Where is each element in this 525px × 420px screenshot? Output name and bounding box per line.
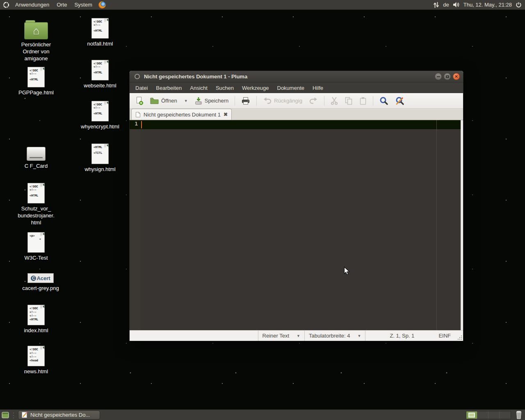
image-file-icon: CAcert — [27, 273, 54, 283]
replace-button[interactable] — [393, 95, 407, 107]
top-panel: Anwendungen Orte System de Thu, 12. May.… — [0, 0, 525, 10]
desktop-icon-index[interactable]: <!DOC<!-- <!--<HTML index.html — [9, 305, 63, 334]
search-icon — [379, 96, 388, 105]
resize-grip[interactable] — [457, 334, 462, 340]
desktop-icon-whysign[interactable]: <HTML <TITL whysign.html — [73, 144, 127, 173]
close-button[interactable]: ✕ — [453, 73, 460, 80]
desktop-icon-home-folder[interactable]: ⌂ Persönlicher Ordner von amigaone — [9, 19, 63, 62]
print-button[interactable] — [239, 95, 253, 107]
keyboard-layout-indicator[interactable]: de — [443, 2, 449, 8]
home-folder-icon: ⌂ — [24, 22, 48, 39]
redo-icon — [309, 97, 318, 105]
menu-dokumente[interactable]: Dokumente — [273, 83, 308, 93]
taskbar-window-button[interactable]: Nicht gespeichertes Do... — [18, 411, 100, 420]
workspace-3[interactable] — [488, 411, 500, 419]
workspace-2[interactable] — [477, 411, 488, 419]
desktop-icon-cacert[interactable]: CAcert cacert-grey.png — [14, 273, 68, 292]
desktop-icon-whyencrypt[interactable]: <!DOC<!-- <HTML whyencrypt.html — [73, 101, 127, 130]
menu-ansicht[interactable]: Ansicht — [186, 83, 212, 93]
volume-icon[interactable] — [453, 2, 460, 8]
vertical-scrollbar[interactable] — [461, 120, 463, 330]
editor-text-area[interactable]: 1 — [130, 120, 463, 330]
status-bar: Reiner Text ▼ Tabulatorbreite: 4 ▼ Z. 1,… — [130, 330, 463, 341]
desktop-icon-schutz[interactable]: <!DOC<!-- <HTML Schutz_vor_ bundestrojan… — [9, 183, 63, 226]
workspace-1[interactable] — [466, 411, 477, 419]
icon-label: Ordner von — [21, 48, 51, 55]
chevron-down-icon: ▼ — [297, 334, 300, 338]
search-replace-icon — [395, 96, 405, 105]
current-line-highlight: 1 — [130, 120, 461, 129]
redo-button — [306, 96, 320, 106]
titlebar[interactable]: Nicht gespeichertes Dokument 1 - Pluma ✕ — [130, 71, 463, 82]
html-file-icon: <!DOC<!-- <HTML — [91, 18, 109, 39]
menu-werkzeuge[interactable]: Werkzeuge — [238, 83, 273, 93]
tab-width-dropdown[interactable]: Tabulatorbreite: 4 ▼ — [305, 331, 365, 341]
copy-button — [342, 95, 355, 107]
tab-close-icon[interactable]: ✖ — [224, 112, 228, 117]
workspace-switcher — [466, 411, 511, 419]
copy-icon — [345, 97, 353, 105]
clock[interactable]: Thu, 12. May., 21:28 — [463, 2, 512, 8]
toolbar: Öffnen ▼ Speichern — [130, 93, 463, 109]
save-icon — [194, 97, 203, 105]
trash-applet-icon[interactable] — [515, 411, 523, 420]
open-button[interactable]: Öffnen ▼ — [148, 96, 190, 106]
tab-document-1[interactable]: Nicht gespeichertes Dokument 1 ✖ — [131, 109, 232, 120]
html-file-icon: <!DOC<!-- <HTML — [27, 183, 45, 203]
menu-bearbeiten[interactable]: Bearbeiten — [152, 83, 186, 93]
print-icon — [241, 97, 250, 105]
filetype-dropdown[interactable]: Reiner Text ▼ — [258, 331, 305, 341]
workspace-4[interactable] — [500, 411, 511, 419]
menu-datei[interactable]: Datei — [131, 83, 152, 93]
menu-suchen[interactable]: Suchen — [212, 83, 238, 93]
maximize-button[interactable] — [444, 73, 451, 80]
menubar: Datei Bearbeiten Ansicht Suchen Werkzeug… — [130, 82, 463, 93]
menu-system[interactable]: System — [71, 0, 96, 9]
pluma-task-icon — [21, 411, 28, 418]
desktop-icon-pgppage[interactable]: <!DOC<!-- <HTML PGPPage.html — [9, 67, 63, 96]
pluma-window-icon — [135, 74, 140, 79]
html-file-icon: <!DOC<!-- <!--<head — [27, 346, 45, 366]
menu-places[interactable]: Orte — [53, 0, 71, 9]
line-number-gutter — [130, 120, 140, 330]
panel-drag-handle[interactable] — [12, 412, 16, 418]
html-file-icon: <!DOC<!-- <HTML — [91, 60, 109, 80]
power-icon[interactable] — [516, 2, 522, 8]
html-file-icon: <!DOC<!-- <!--<HTML — [27, 305, 45, 325]
firefox-launcher-icon[interactable] — [98, 1, 106, 9]
icon-label: whysign.html — [84, 166, 115, 173]
icon-label: W3C-Test — [24, 254, 48, 261]
desktop-icon-notfall[interactable]: <!DOC<!-- <HTML notfall.html — [73, 18, 127, 47]
icon-label: Persönlicher — [21, 41, 51, 48]
ubuntu-logo-icon — [2, 1, 10, 9]
icon-label: index.html — [24, 327, 48, 334]
pluma-window: Nicht gespeichertes Dokument 1 - Pluma ✕… — [129, 71, 463, 341]
desktop-icon-news[interactable]: <!DOC<!-- <!--<head news.html — [9, 346, 63, 375]
insert-mode-indicator: EINF — [438, 333, 451, 339]
icon-label: notfall.html — [87, 40, 113, 47]
desktop-icon-cfcard[interactable]: C F_Card — [9, 144, 63, 169]
new-document-button[interactable] — [133, 95, 146, 107]
desktop-icon-webseite[interactable]: <!DOC<!-- <HTML webseite.html — [73, 60, 127, 89]
icon-label: amigaone — [21, 55, 51, 62]
minimize-button[interactable] — [435, 73, 442, 80]
paste-button — [357, 95, 369, 107]
network-traffic-icon[interactable] — [433, 2, 439, 8]
open-dropdown-arrow[interactable]: ▼ — [184, 99, 188, 103]
show-desktop-button[interactable] — [0, 410, 11, 420]
search-button[interactable] — [377, 95, 391, 107]
icon-label: bundestrojaner. — [18, 212, 55, 219]
icon-label: news.html — [24, 368, 48, 375]
save-button[interactable]: Speichern — [192, 95, 231, 107]
undo-icon — [263, 97, 272, 105]
document-icon — [135, 112, 141, 118]
mouse-cursor — [344, 267, 350, 277]
icon-label: cacert-grey.png — [22, 285, 59, 292]
line-number: 1 — [130, 121, 138, 127]
desktop-icon-w3ctest[interactable]: <p> < W3C-Test — [9, 232, 63, 261]
undo-button: Rückgängig — [260, 96, 305, 106]
tab-label: Nicht gespeichertes Dokument 1 — [144, 112, 221, 118]
menu-hilfe[interactable]: Hilfe — [308, 83, 327, 93]
menu-applications[interactable]: Anwendungen — [11, 0, 53, 9]
open-folder-icon — [150, 97, 159, 105]
